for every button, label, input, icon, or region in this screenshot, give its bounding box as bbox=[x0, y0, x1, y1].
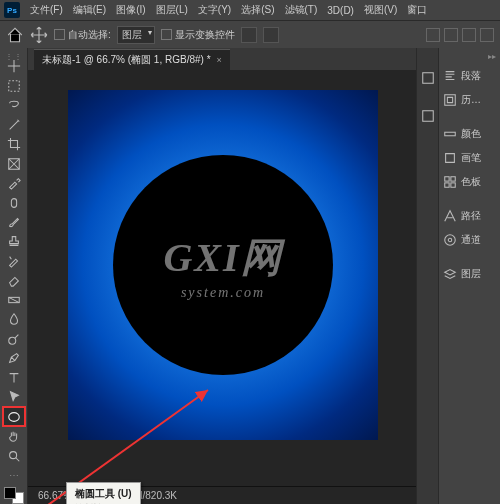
toolbox-handle[interactable]: ⋮⋮ bbox=[4, 52, 24, 56]
gradient-tool[interactable] bbox=[3, 291, 25, 309]
svg-rect-11 bbox=[445, 132, 456, 136]
home-icon[interactable] bbox=[6, 26, 24, 44]
eraser-tool[interactable] bbox=[3, 271, 25, 289]
svg-rect-14 bbox=[445, 183, 449, 187]
app-logo: Ps bbox=[4, 2, 20, 18]
collapse-panels-icon[interactable]: ▸▸ bbox=[439, 52, 500, 64]
document-tab-title: 未标题-1 @ 66.7% (椭圆 1, RGB/8#) * bbox=[42, 53, 211, 67]
svg-rect-0 bbox=[8, 80, 19, 91]
menu-type[interactable]: 文字(Y) bbox=[194, 3, 235, 17]
close-tab-icon[interactable]: × bbox=[217, 55, 222, 65]
panel-brushes[interactable]: 画笔 bbox=[439, 146, 500, 170]
eyedropper-tool[interactable] bbox=[3, 174, 25, 192]
svg-rect-2 bbox=[11, 198, 16, 207]
move-tool-icon[interactable] bbox=[30, 26, 48, 44]
panel-history[interactable]: 历… bbox=[439, 88, 500, 112]
stamp-tool[interactable] bbox=[3, 232, 25, 250]
panel-paths[interactable]: 路径 bbox=[439, 204, 500, 228]
strip-icon-2[interactable] bbox=[417, 106, 439, 126]
lasso-tool[interactable] bbox=[3, 96, 25, 114]
layer-selector[interactable]: 图层 bbox=[117, 26, 155, 44]
options-bar: 自动选择: 图层 显示变换控件 bbox=[0, 20, 500, 48]
pen-tool[interactable] bbox=[3, 349, 25, 367]
toolbox: ⋮⋮ ⋯ bbox=[0, 48, 28, 504]
dodge-tool[interactable] bbox=[3, 330, 25, 348]
frame-tool[interactable] bbox=[3, 154, 25, 172]
svg-point-4 bbox=[8, 337, 15, 344]
crop-tool[interactable] bbox=[3, 135, 25, 153]
tooltip-title: 椭圆工具 (U) bbox=[75, 487, 132, 501]
align-button-1[interactable] bbox=[241, 27, 257, 43]
svg-point-16 bbox=[445, 235, 456, 246]
svg-rect-10 bbox=[445, 95, 456, 106]
menu-file[interactable]: 文件(F) bbox=[26, 3, 67, 17]
marquee-tool[interactable] bbox=[3, 76, 25, 94]
canvas[interactable]: GXI网 system.com bbox=[68, 90, 378, 440]
align-button-2[interactable] bbox=[263, 27, 279, 43]
svg-rect-8 bbox=[422, 73, 433, 84]
document-tab[interactable]: 未标题-1 @ 66.7% (椭圆 1, RGB/8#) * × bbox=[34, 49, 230, 70]
menu-view[interactable]: 视图(V) bbox=[360, 3, 401, 17]
svg-rect-15 bbox=[451, 183, 455, 187]
edit-toolbar[interactable]: ⋯ bbox=[3, 466, 25, 484]
menu-layer[interactable]: 图层(L) bbox=[152, 3, 192, 17]
panel-swatches[interactable]: 色板 bbox=[439, 170, 500, 194]
show-transform-option[interactable]: 显示变换控件 bbox=[161, 28, 235, 42]
history-brush-tool[interactable] bbox=[3, 252, 25, 270]
panel-color[interactable]: 颜色 bbox=[439, 122, 500, 146]
wand-tool[interactable] bbox=[3, 115, 25, 133]
right-panel: ▸▸ 段落 历… 颜色 画笔 色板 路径 通道 图层 bbox=[438, 48, 500, 504]
color-chips[interactable] bbox=[4, 487, 24, 504]
menu-window[interactable]: 窗口 bbox=[403, 3, 431, 17]
menu-select[interactable]: 选择(S) bbox=[237, 3, 278, 17]
menu-filter[interactable]: 滤镜(T) bbox=[281, 3, 322, 17]
workspace-icon-2[interactable] bbox=[444, 28, 458, 42]
healing-tool[interactable] bbox=[3, 193, 25, 211]
svg-rect-9 bbox=[422, 111, 433, 122]
menu-edit[interactable]: 编辑(E) bbox=[69, 3, 110, 17]
svg-point-6 bbox=[9, 451, 16, 458]
zoom-tool[interactable] bbox=[3, 446, 25, 464]
panel-paragraph[interactable]: 段落 bbox=[439, 64, 500, 88]
strip-icon-1[interactable] bbox=[417, 68, 439, 88]
menu-3d[interactable]: 3D(D) bbox=[323, 5, 358, 16]
auto-select-option[interactable]: 自动选择: bbox=[54, 28, 111, 42]
tool-tooltip: 椭圆工具 (U) 绘制椭圆 bbox=[66, 482, 141, 504]
workspace-icon-4[interactable] bbox=[480, 28, 494, 42]
move-tool[interactable] bbox=[3, 57, 25, 75]
svg-point-17 bbox=[448, 238, 452, 242]
panel-layers[interactable]: 图层 bbox=[439, 262, 500, 286]
svg-rect-12 bbox=[445, 177, 449, 181]
svg-rect-13 bbox=[451, 177, 455, 181]
hand-tool[interactable] bbox=[3, 427, 25, 445]
svg-point-5 bbox=[8, 412, 19, 421]
panel-channels[interactable]: 通道 bbox=[439, 228, 500, 252]
brush-tool[interactable] bbox=[3, 213, 25, 231]
ellipse-shape[interactable] bbox=[113, 155, 333, 375]
type-tool[interactable] bbox=[3, 369, 25, 387]
workspace-icon-3[interactable] bbox=[462, 28, 476, 42]
workspace-icon-1[interactable] bbox=[426, 28, 440, 42]
fg-color-chip[interactable] bbox=[4, 487, 16, 499]
ellipse-shape-tool[interactable] bbox=[3, 407, 25, 425]
blur-tool[interactable] bbox=[3, 310, 25, 328]
menu-image[interactable]: 图像(I) bbox=[112, 3, 149, 17]
path-select-tool[interactable] bbox=[3, 388, 25, 406]
right-icon-strip bbox=[416, 48, 438, 504]
